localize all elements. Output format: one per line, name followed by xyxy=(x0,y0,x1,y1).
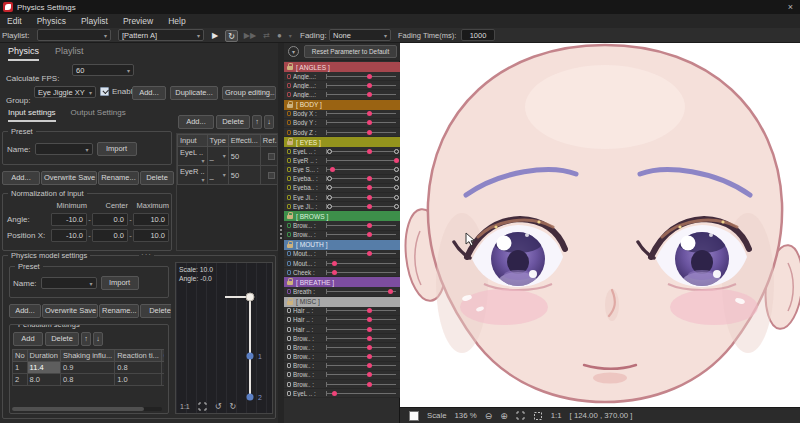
norm-angle-center[interactable]: 0.0 xyxy=(92,213,128,226)
chevron-down-icon[interactable]: ▾ xyxy=(289,32,292,39)
parameter-slider[interactable] xyxy=(326,269,397,276)
pendulum-table-row[interactable]: 28.00.81.01.5 xyxy=(13,374,165,386)
slider-handle[interactable] xyxy=(367,345,372,350)
slider-endpoint-handle[interactable] xyxy=(327,185,332,190)
fading-time-input[interactable]: 1000 xyxy=(461,29,495,41)
pendulum-cell[interactable]: 2 xyxy=(13,374,28,386)
norm-posx-center[interactable]: 0.0 xyxy=(92,229,128,242)
expand-icon[interactable] xyxy=(198,402,207,411)
col-no[interactable]: No xyxy=(13,350,28,362)
parameter-slider[interactable] xyxy=(326,390,397,397)
pendulum-move-up-button[interactable]: ↑ xyxy=(81,332,91,346)
slider-handle[interactable] xyxy=(367,336,372,341)
shuffle-icon[interactable]: ⇄ xyxy=(263,31,270,40)
slider-handle[interactable] xyxy=(367,149,372,154)
zoom-out-icon[interactable]: ⊖ xyxy=(485,411,493,421)
slider-handle[interactable] xyxy=(367,317,372,322)
fast-forward-icon[interactable]: ▶▶ xyxy=(244,31,256,40)
group-add-button[interactable]: Add... xyxy=(132,86,166,100)
parameter-slider[interactable] xyxy=(326,371,397,378)
tab-output-settings[interactable]: Output Settings xyxy=(71,108,126,122)
group-select[interactable]: Eye Jiggle XY ▾ xyxy=(34,86,96,98)
preset-add-button[interactable]: Add... xyxy=(2,171,40,185)
slider-handle[interactable] xyxy=(367,120,372,125)
model-preset-rename-button[interactable]: Rename... xyxy=(99,304,139,318)
pendulum-cell[interactable]: 1 xyxy=(13,362,28,374)
parameter-slider[interactable] xyxy=(326,129,397,136)
pendulum-anchor-point[interactable] xyxy=(246,293,254,301)
model-preset-add-button[interactable]: Add... xyxy=(9,304,41,318)
fit-view-icon[interactable] xyxy=(516,411,525,420)
slider-handle[interactable] xyxy=(367,363,372,368)
slider-endpoint-handle[interactable] xyxy=(394,176,399,181)
slider-handle[interactable] xyxy=(332,261,337,266)
slider-handle[interactable] xyxy=(367,223,372,228)
pendulum-cell[interactable]: 11.4 xyxy=(27,362,60,374)
enable-checkbox[interactable] xyxy=(100,87,109,96)
parameter-group-header[interactable]: [ BODY ] xyxy=(284,100,400,110)
pendulum-cell[interactable]: 1.0 xyxy=(115,374,162,386)
parameter-slider[interactable] xyxy=(326,110,397,117)
preset-delete-button[interactable]: Delete xyxy=(140,171,174,185)
input-table-row[interactable]: EyeL ..▾_▾50 xyxy=(178,147,279,166)
pendulum-node-2[interactable] xyxy=(247,394,254,401)
redo-icon[interactable]: ↻ xyxy=(229,402,236,411)
slider-endpoint-handle[interactable] xyxy=(327,204,332,209)
menu-playlist[interactable]: Playlist xyxy=(81,16,108,26)
tab-input-settings[interactable]: Input settings xyxy=(8,108,56,122)
norm-angle-max[interactable]: 10.0 xyxy=(133,213,169,226)
preset-overwrite-save-button[interactable]: Overwrite Save xyxy=(41,171,97,185)
loop-icon[interactable]: ↻ xyxy=(225,30,238,42)
slider-endpoint-handle[interactable] xyxy=(394,204,399,209)
slider-endpoint-handle[interactable] xyxy=(394,149,399,154)
group-duplicate-button[interactable]: Duplicate... xyxy=(170,86,218,100)
parameter-slider[interactable] xyxy=(326,73,397,80)
parameter-slider[interactable] xyxy=(326,344,397,351)
slider-handle[interactable] xyxy=(367,111,372,116)
slider-handle[interactable] xyxy=(367,308,372,313)
input-reflect-cell[interactable] xyxy=(260,166,278,185)
zoom-in-icon[interactable]: ⊕ xyxy=(500,411,508,421)
slider-handle[interactable] xyxy=(367,204,372,209)
input-type-cell[interactable]: _▾ xyxy=(207,147,228,166)
pendulum-horizontal-scrollbar[interactable] xyxy=(12,407,162,411)
slider-handle[interactable] xyxy=(332,270,337,275)
undo-icon[interactable]: ↺ xyxy=(215,402,222,411)
parameter-slider[interactable] xyxy=(326,362,397,369)
model-preset-name-select[interactable]: ▾ xyxy=(41,277,97,289)
parameter-slider[interactable] xyxy=(326,175,397,182)
col-reflect[interactable]: Ref... xyxy=(260,135,278,147)
input-effectiveness-cell[interactable]: 50 xyxy=(228,166,260,185)
parameter-slider[interactable] xyxy=(326,184,397,191)
parameter-slider[interactable] xyxy=(326,166,397,173)
input-param-cell[interactable]: EyeL ..▾ xyxy=(178,147,208,166)
slider-endpoint-handle[interactable] xyxy=(327,176,332,181)
slider-handle[interactable] xyxy=(367,195,372,200)
preset-import-button[interactable]: Import xyxy=(97,142,137,156)
parameter-slider[interactable] xyxy=(326,353,397,360)
fps-select[interactable]: 60 ▾ xyxy=(72,64,134,76)
parameter-slider[interactable] xyxy=(326,288,397,295)
input-reflect-cell[interactable] xyxy=(260,147,278,166)
slider-handle[interactable] xyxy=(388,289,393,294)
parameter-group-header[interactable]: [ BROWS ] xyxy=(284,211,400,221)
parameter-slider[interactable] xyxy=(326,231,397,238)
input-effectiveness-cell[interactable]: 50 xyxy=(228,147,260,166)
playlist-select[interactable]: ▾ xyxy=(37,29,111,41)
parameter-slider[interactable] xyxy=(326,316,397,323)
pendulum-cell[interactable]: 0.8 xyxy=(115,362,162,374)
slider-endpoint-handle[interactable] xyxy=(327,195,332,200)
pendulum-add-button[interactable]: Add xyxy=(13,332,43,346)
parameter-group-header[interactable]: [ MISC ] xyxy=(284,297,400,307)
background-color-swatch[interactable] xyxy=(409,411,419,421)
pendulum-preview-canvas[interactable]: Scale: 10.0 Angle: -0.0 1 2 1:1 ↺ xyxy=(175,262,273,414)
norm-posx-min[interactable]: -10.0 xyxy=(51,229,87,242)
col-effectiveness[interactable]: Effecti... xyxy=(228,135,260,147)
reset-parameters-button[interactable]: Reset Parameter to Default xyxy=(304,45,397,58)
input-param-cell[interactable]: EyeR ..▾ xyxy=(178,166,208,185)
col-reaction-time[interactable]: Reaction ti... xyxy=(115,350,162,362)
model-preset-delete-button[interactable]: Delete xyxy=(140,304,171,318)
slider-handle[interactable] xyxy=(367,382,372,387)
scale-value[interactable]: 136 % xyxy=(455,411,477,420)
slider-handle[interactable] xyxy=(367,130,372,135)
